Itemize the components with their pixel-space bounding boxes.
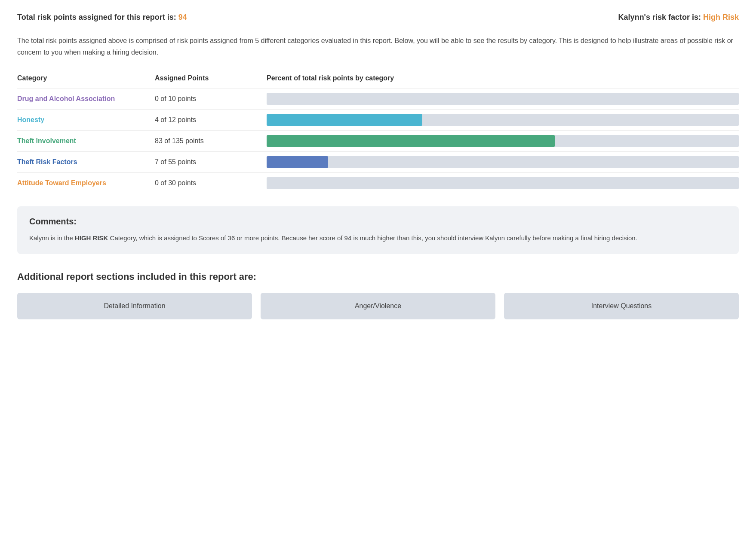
total-label: Total risk points assigned for this repo… [17, 13, 176, 21]
comments-post-bold: Category, which is assigned to Scores of… [108, 234, 637, 242]
bar-fill [267, 135, 555, 147]
bar-container [267, 114, 739, 126]
additional-section-button[interactable]: Anger/Violence [261, 293, 495, 319]
category-name: Theft Involvement [17, 137, 155, 145]
additional-buttons-container: Detailed InformationAnger/ViolenceInterv… [17, 293, 739, 319]
risk-factor-statement: Kalynn's risk factor is: High Risk [618, 13, 739, 22]
additional-title: Additional report sections included in t… [17, 271, 739, 282]
intro-paragraph: The total risk points assigned above is … [17, 35, 739, 58]
bar-container [267, 93, 739, 105]
comments-title: Comments: [29, 217, 727, 227]
comments-pre-bold: Kalynn is in the [29, 234, 75, 242]
bar-container [267, 156, 739, 168]
report-header: Total risk points assigned for this repo… [17, 13, 739, 22]
comments-bold: HIGH RISK [75, 234, 108, 242]
category-name: Attitude Toward Employers [17, 179, 155, 187]
table-header: Category Assigned Points Percent of tota… [17, 71, 739, 86]
col-category: Category [17, 74, 155, 82]
risk-value: High Risk [703, 13, 739, 21]
comments-body: Kalynn is in the HIGH RISK Category, whi… [29, 233, 727, 244]
assigned-points: 0 of 10 points [155, 95, 267, 103]
assigned-points: 4 of 12 points [155, 116, 267, 124]
table-row: Theft Risk Factors7 of 55 points [17, 151, 739, 172]
additional-section-button[interactable]: Interview Questions [504, 293, 739, 319]
assigned-points: 7 of 55 points [155, 158, 267, 166]
col-assigned-points: Assigned Points [155, 74, 267, 82]
bar-fill [267, 156, 328, 168]
assigned-points: 0 of 30 points [155, 179, 267, 187]
table-row: Theft Involvement83 of 135 points [17, 130, 739, 151]
assigned-points: 83 of 135 points [155, 137, 267, 145]
bar-container [267, 135, 739, 147]
table-body: Drug and Alcohol Association0 of 10 poin… [17, 88, 739, 193]
additional-section-button[interactable]: Detailed Information [17, 293, 252, 319]
col-percent: Percent of total risk points by category [267, 74, 739, 82]
category-table: Category Assigned Points Percent of tota… [17, 71, 739, 193]
category-name: Honesty [17, 116, 155, 124]
comments-section: Comments: Kalynn is in the HIGH RISK Cat… [17, 206, 739, 254]
table-row: Honesty4 of 12 points [17, 109, 739, 130]
category-name: Theft Risk Factors [17, 158, 155, 166]
table-row: Attitude Toward Employers0 of 30 points [17, 172, 739, 193]
category-name: Drug and Alcohol Association [17, 95, 155, 103]
bar-container [267, 177, 739, 189]
table-row: Drug and Alcohol Association0 of 10 poin… [17, 88, 739, 109]
additional-sections: Additional report sections included in t… [17, 271, 739, 319]
total-risk-statement: Total risk points assigned for this repo… [17, 13, 187, 22]
risk-label: Kalynn's risk factor is: [618, 13, 701, 21]
total-value: 94 [178, 13, 187, 21]
bar-fill [267, 114, 422, 126]
